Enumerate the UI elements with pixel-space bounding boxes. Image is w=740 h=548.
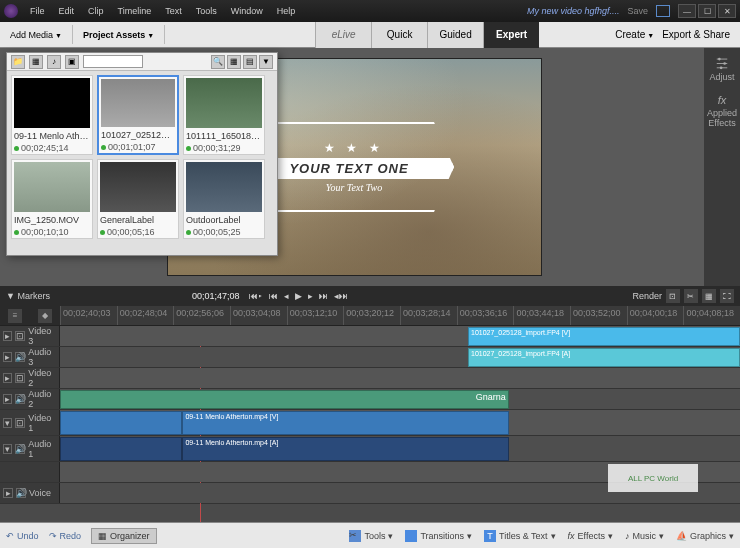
render-button[interactable]: Render [632, 291, 662, 301]
search-input[interactable] [83, 55, 143, 68]
menu-help[interactable]: Help [271, 4, 302, 18]
prev-button[interactable]: ⏮ [269, 291, 278, 301]
title-overlay: ★ ★ ★ YOUR TEXT ONE Your Text Two [254, 122, 454, 212]
list-view-icon[interactable]: ▤ [243, 55, 257, 69]
grid-view-icon[interactable]: ▦ [227, 55, 241, 69]
track-body[interactable]: 101027_025128_import.FP4 [A] [60, 347, 740, 367]
clip[interactable]: 09-11 Menlo Atherton.mp4 [V] [182, 411, 508, 435]
track-toggle-icon[interactable]: ▸ [3, 331, 12, 341]
asset-item[interactable]: 09-11 Menlo Athe...00;02;45;14 [11, 75, 93, 155]
tab-elive[interactable]: eLive [315, 22, 371, 48]
track-speaker-icon[interactable]: 🔊 [15, 352, 25, 362]
step-back-button[interactable]: ◂ [284, 291, 289, 301]
clip[interactable]: Gnarna [60, 390, 509, 409]
transitions-button[interactable]: Transitions ▾ [405, 530, 472, 542]
asset-item[interactable]: 101027_025128_...00;01;01;07 [97, 75, 179, 155]
track-speaker-icon[interactable]: 🔊 [16, 488, 26, 498]
track-audio3: ▸🔊Audio 3 101027_025128_import.FP4 [A] [0, 347, 740, 368]
clip[interactable]: 101027_025128_import.FP4 [V] [468, 327, 740, 346]
graphics-button[interactable]: ⛵Graphics ▾ [676, 530, 734, 542]
titles-button[interactable]: TTitles & Text ▾ [484, 530, 556, 542]
tab-quick[interactable]: Quick [371, 22, 427, 48]
track-body[interactable]: 09-11 Menlo Atherton.mp4 [V] [60, 410, 740, 435]
effects-button[interactable]: fxEffects ▾ [568, 530, 613, 542]
timeline-view-icon[interactable]: ≡ [8, 309, 22, 323]
clip[interactable]: 09-11 Menlo Atherton.mp4 [A] [182, 437, 508, 461]
track-eye-icon[interactable]: ⊡ [15, 418, 25, 428]
asset-item[interactable]: OutdoorLabel00;00;05;25 [183, 159, 265, 239]
track-body[interactable]: 101027_025128_import.FP4 [V] [60, 326, 740, 346]
save-label[interactable]: Save [627, 6, 648, 16]
tool-icon-2[interactable]: ▦ [702, 289, 716, 303]
menu-clip[interactable]: Clip [82, 4, 110, 18]
project-assets-button[interactable]: Project Assets▼ [73, 25, 165, 44]
tool-icon-1[interactable]: ✂ [684, 289, 698, 303]
toolbar: Add Media▼ Project Assets▼ eLive Quick G… [0, 22, 740, 48]
clip[interactable]: 101027_025128_import.FP4 [A] [468, 348, 740, 367]
tab-guided[interactable]: Guided [427, 22, 483, 48]
audio-icon[interactable]: ♪ [47, 55, 61, 69]
cloud-icon[interactable] [656, 5, 670, 17]
tab-expert[interactable]: Expert [483, 22, 539, 48]
track-toggle-icon[interactable]: ▸ [3, 394, 12, 404]
adjust-button[interactable]: Adjust [709, 56, 734, 82]
clip[interactable] [60, 437, 182, 461]
add-media-button[interactable]: Add Media▼ [0, 25, 73, 44]
menu-window[interactable]: Window [225, 4, 269, 18]
menu-timeline[interactable]: Timeline [112, 4, 158, 18]
ruler-ticks[interactable]: 00;02;40;0300;02;48;0400;02;56;0600;03;0… [60, 306, 740, 325]
menu-tools[interactable]: Tools [190, 4, 223, 18]
music-button[interactable]: ♪Music ▾ [625, 530, 664, 542]
close-button[interactable]: ✕ [718, 4, 736, 18]
undo-button[interactable]: ↶Undo [6, 531, 39, 541]
asset-item[interactable]: GeneralLabel00;00;05;16 [97, 159, 179, 239]
applied-effects-button[interactable]: fx Applied Effects [704, 94, 740, 128]
track-collapse-icon[interactable]: ▾ [3, 418, 12, 428]
next-button[interactable]: ⏭ [319, 291, 328, 301]
track-body[interactable]: Gnarna [60, 389, 740, 409]
step-fwd-button[interactable]: ▸ [308, 291, 313, 301]
search-icon[interactable]: 🔍 [211, 55, 225, 69]
menu-file[interactable]: File [24, 4, 51, 18]
track-body[interactable]: 09-11 Menlo Atherton.mp4 [A] [60, 436, 740, 461]
stars-icon: ★ ★ ★ [324, 141, 384, 155]
track-eye-icon[interactable]: ⊡ [15, 331, 25, 341]
titlebar: File Edit Clip Timeline Text Tools Windo… [0, 0, 740, 22]
play-button[interactable]: ▶ [295, 291, 302, 301]
menu-edit[interactable]: Edit [53, 4, 81, 18]
export-share-button[interactable]: Export & Share [662, 29, 730, 40]
image-icon[interactable]: ▣ [65, 55, 79, 69]
timeline-header: ▼ Markers 00;01;47;08 ⏮▸ ⏮ ◂ ▶ ▸ ⏭ ◂⏭ Re… [0, 286, 740, 306]
transitions-icon [405, 530, 417, 542]
redo-button[interactable]: ↷Redo [49, 531, 82, 541]
video-icon[interactable]: ▦ [29, 55, 43, 69]
track-eye-icon[interactable]: ⊡ [15, 373, 25, 383]
tools-button[interactable]: ✂Tools ▾ [349, 530, 393, 542]
asset-item[interactable]: IMG_1250.MOV00;00;10;10 [11, 159, 93, 239]
clip[interactable] [60, 411, 182, 435]
track-body[interactable] [60, 368, 740, 388]
folder-icon[interactable]: 📁 [11, 55, 25, 69]
sliders-icon [715, 56, 729, 70]
track-toggle-icon[interactable]: ▸ [3, 352, 12, 362]
minimize-button[interactable]: — [678, 4, 696, 18]
fit-icon[interactable]: ⊡ [666, 289, 680, 303]
asset-item[interactable]: 101111_165018_...00;00;31;29 [183, 75, 265, 155]
marker-add-icon[interactable]: ◆ [38, 309, 52, 323]
track-toggle-icon[interactable]: ▸ [3, 488, 13, 498]
track-speaker-icon[interactable]: 🔊 [15, 394, 25, 404]
organizer-button[interactable]: ▦Organizer [91, 528, 157, 544]
watermark: ALL PC World [608, 464, 698, 492]
panel-menu-icon[interactable]: ▼ [259, 55, 273, 69]
menu-text[interactable]: Text [159, 4, 188, 18]
track-speaker-icon[interactable]: 🔊 [15, 444, 25, 454]
maximize-button[interactable]: ☐ [698, 4, 716, 18]
fullscreen-icon[interactable]: ⛶ [720, 289, 734, 303]
track-collapse-icon[interactable]: ▾ [3, 444, 12, 454]
ffwd-button[interactable]: ◂⏭ [334, 291, 348, 301]
track-toggle-icon[interactable]: ▸ [3, 373, 12, 383]
rewind-button[interactable]: ⏮▸ [249, 291, 263, 301]
side-panel: Adjust fx Applied Effects [704, 48, 740, 286]
create-button[interactable]: Create▼ [615, 29, 654, 40]
markers-dropdown[interactable]: ▼ Markers [6, 291, 50, 301]
